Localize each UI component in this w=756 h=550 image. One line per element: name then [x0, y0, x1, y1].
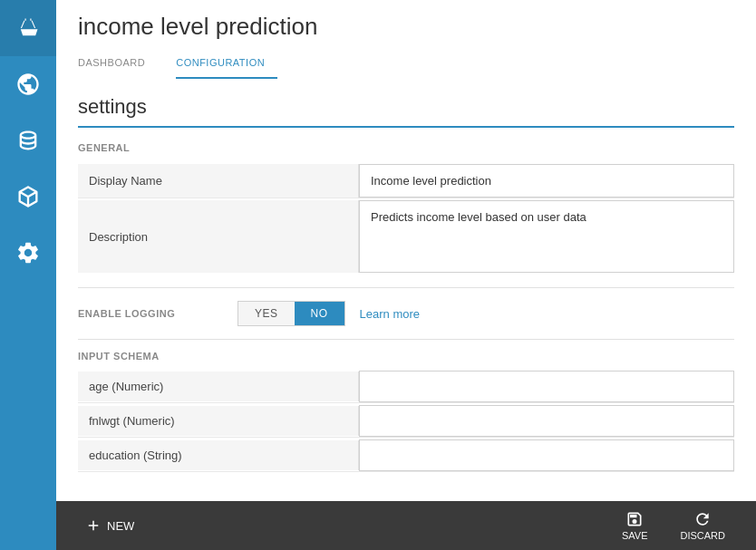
- main-content: income level prediction DASHBOARD CONFIG…: [56, 0, 756, 550]
- display-name-row: Display Name Income level prediction: [78, 164, 734, 198]
- tab-configuration[interactable]: CONFIGURATION: [176, 52, 277, 79]
- schema-age-input[interactable]: [359, 371, 734, 402]
- toolbar: NEW SAVE DISCARD: [56, 501, 756, 550]
- settings-title: settings: [78, 79, 734, 128]
- settings-icon[interactable]: [0, 225, 56, 281]
- tab-dashboard[interactable]: DASHBOARD: [78, 52, 158, 79]
- logging-row: ENABLE LOGGING YES NO Learn more: [78, 301, 734, 326]
- learn-more-link[interactable]: Learn more: [360, 307, 420, 321]
- no-button[interactable]: NO: [295, 302, 344, 325]
- save-button[interactable]: SAVE: [606, 507, 664, 545]
- schema-label: INPUT SCHEMA: [78, 351, 734, 362]
- description-value[interactable]: Predicts income level based on user data: [359, 200, 734, 273]
- yes-button[interactable]: YES: [238, 302, 295, 325]
- schema-fnlwgt-label: fnlwgt (Numeric): [78, 406, 359, 436]
- save-label: SAVE: [622, 530, 648, 541]
- logging-section: ENABLE LOGGING YES NO Learn more: [78, 287, 734, 340]
- sidebar: [0, 0, 56, 550]
- tabs: DASHBOARD CONFIGURATION: [78, 52, 734, 79]
- toolbar-right: SAVE DISCARD: [606, 507, 741, 545]
- schema-education-input[interactable]: [359, 439, 734, 471]
- display-name-value[interactable]: Income level prediction: [359, 164, 734, 198]
- schema-row-education: education (String): [78, 439, 734, 472]
- schema-row-fnlwgt: fnlwgt (Numeric): [78, 405, 734, 438]
- new-button[interactable]: NEW: [71, 514, 149, 537]
- new-button-label: NEW: [107, 519, 134, 533]
- page-title: income level prediction: [78, 13, 734, 41]
- discard-button[interactable]: DISCARD: [664, 507, 741, 545]
- cube-icon[interactable]: [0, 169, 56, 225]
- schema-age-label: age (Numeric): [78, 371, 359, 401]
- general-section: GENERAL Display Name Income level predic…: [78, 142, 734, 273]
- toggle-group: YES NO: [237, 301, 345, 326]
- schema-fnlwgt-input[interactable]: [359, 405, 734, 437]
- general-label: GENERAL: [78, 142, 734, 153]
- discard-label: DISCARD: [680, 530, 725, 541]
- display-name-label: Display Name: [78, 164, 359, 198]
- content-area: settings GENERAL Display Name Income lev…: [56, 79, 756, 501]
- description-row: Description Predicts income level based …: [78, 200, 734, 273]
- logging-label: ENABLE LOGGING: [78, 308, 223, 319]
- header: income level prediction DASHBOARD CONFIG…: [56, 0, 756, 79]
- flask-icon[interactable]: [0, 0, 56, 56]
- globe-icon[interactable]: [0, 56, 56, 112]
- schema-section: INPUT SCHEMA age (Numeric) fnlwgt (Numer…: [78, 351, 734, 472]
- schema-education-label: education (String): [78, 440, 359, 470]
- schema-row-age: age (Numeric): [78, 371, 734, 403]
- database-icon[interactable]: [0, 112, 56, 169]
- description-label: Description: [78, 200, 359, 273]
